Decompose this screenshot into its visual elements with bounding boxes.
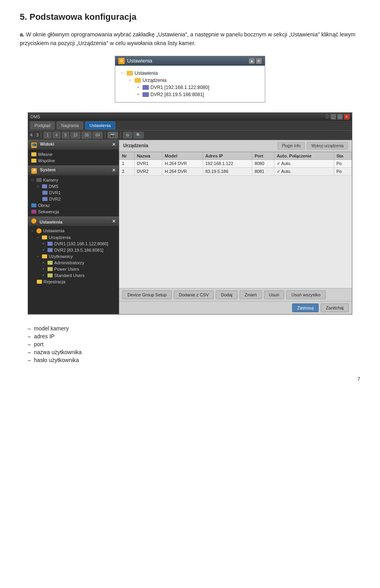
- bullet-item-2: adres IP: [28, 332, 360, 340]
- dodaj-btn[interactable]: Dodaj: [216, 290, 238, 299]
- dms-window-controls: ⓘ _ □ ✕: [325, 114, 350, 119]
- toolbar-search-btn[interactable]: 🔍: [133, 132, 144, 138]
- expand-icon-2: −: [129, 78, 133, 82]
- wspolne-label: Wspólne: [38, 158, 55, 163]
- dvr2-label: DVR2 [83.19.5.186:8081]: [54, 248, 103, 252]
- nav-ustawienia[interactable]: Ustawienia: [85, 121, 115, 129]
- system-dms[interactable]: □ DMS: [28, 183, 119, 190]
- tree-ustawienia-root[interactable]: − Ustawienia: [28, 228, 119, 234]
- device-group-setup-btn[interactable]: Device Group Setup: [122, 290, 172, 299]
- dms-navbar: Podgląd Nagrania Ustawienia: [28, 121, 352, 131]
- tree-urzadzenia[interactable]: − Urządzenia: [28, 234, 119, 241]
- tree-dvr1[interactable]: + DVR1 [192.168.1.122:8080]: [28, 241, 119, 247]
- view-4-btn[interactable]: 4: [53, 132, 61, 138]
- admin-icon: [48, 261, 53, 265]
- system-close-btn[interactable]: ✕: [112, 168, 116, 173]
- rejestracja-label: Rejestracja: [44, 279, 65, 284]
- dialog-title-left: ⚙ Ustawienia: [118, 58, 152, 64]
- dvr1-sys-label: DVR1: [49, 190, 61, 195]
- tree-uzytkownicy[interactable]: − Użytkownicy: [28, 253, 119, 260]
- widoki-wspolne[interactable]: Wspólne: [28, 157, 119, 164]
- cell-auto-2: ✓ Auto.: [274, 167, 334, 175]
- toolbar-camera-btn[interactable]: 📷: [108, 132, 118, 138]
- bullet-list: model kamery adres IP port nazwa użytkow…: [28, 324, 360, 364]
- tree-label-4: DVR2 [83.19.5.186:8081]: [150, 92, 204, 97]
- dvr2-icon: [48, 248, 53, 252]
- expand-icon: −: [121, 71, 125, 75]
- table-header-row: Nr Nazwa Model Adres IP Port Auto. Połąc…: [120, 152, 352, 159]
- wykryj-btn[interactable]: Wykryj urządzenia: [307, 142, 348, 150]
- wlasne-label: Własne: [38, 152, 53, 157]
- minimize-button[interactable]: _: [331, 114, 336, 119]
- dvr1-expand: +: [42, 242, 46, 246]
- zmien-btn[interactable]: Zmień: [239, 290, 262, 299]
- dvr1-icon: [48, 242, 53, 246]
- table-row[interactable]: 1 DVR1 H.264 DVR 192.168.1.122 8080 ✓ Au…: [120, 159, 352, 167]
- settings-dialog-screenshot: ⚙ Ustawienia ▲ ✕ − Ustawienia −: [20, 56, 360, 102]
- cell-nazwa-1: DVR1: [134, 159, 162, 167]
- view-36-btn[interactable]: 36: [82, 132, 91, 138]
- dvr1-label: DVR1 [192.168.1.122:8080]: [54, 241, 108, 246]
- bottom-action-bar: Device Group Setup Dodanie z CSV Dodaj Z…: [119, 288, 352, 301]
- widoki-close-btn[interactable]: ✕: [112, 142, 116, 147]
- section-label: a.: [20, 31, 25, 38]
- dialog-close-button[interactable]: ✕: [256, 58, 262, 64]
- expand-icon-3: +: [137, 85, 141, 89]
- zanitchaj-btn[interactable]: Zanitchaj: [321, 303, 349, 312]
- uzytkownicy-icon: [42, 254, 47, 258]
- power-expand: +: [42, 267, 46, 271]
- view-16-btn[interactable]: 16: [70, 132, 80, 138]
- power-label: Power Users: [54, 267, 79, 271]
- tree-dvr2[interactable]: + DVR2 [83.19.5.186:8081]: [28, 247, 119, 253]
- maximize-button[interactable]: □: [337, 114, 343, 119]
- usun-wszystko-btn[interactable]: Usuń wszystko: [286, 290, 325, 299]
- urzadzenia-folder-icon: [42, 235, 47, 239]
- cell-model-1: H.264 DVR: [162, 159, 203, 167]
- system-dvr1[interactable]: DVR1: [28, 190, 119, 196]
- ustawienia-root-label: Ustawienia: [43, 228, 65, 233]
- cell-auto-1: ✓ Auto.: [274, 159, 334, 167]
- system-obraz[interactable]: Obraz: [28, 202, 119, 209]
- col-port: Port: [252, 152, 274, 159]
- widoki-icon: 📺: [31, 142, 37, 148]
- toolbar-settings-btn[interactable]: ⚙: [123, 132, 132, 138]
- col-model: Model: [162, 152, 203, 159]
- usun-btn[interactable]: Usuń: [264, 290, 285, 299]
- close-button[interactable]: ✕: [344, 114, 350, 119]
- urzadzenia-label: Urządzenia: [49, 235, 71, 240]
- table-row[interactable]: 2 DVR2 H.264 DVR 83.19.5.186 8081 ✓ Auto…: [120, 167, 352, 175]
- view-64-btn[interactable]: 64: [93, 132, 103, 138]
- cell-nr-1: 1: [120, 159, 135, 167]
- cell-model-2: H.264 DVR: [162, 167, 203, 175]
- tree-label-2: Urządzenia: [142, 78, 167, 83]
- cell-nazwa-2: DVR2: [134, 167, 162, 175]
- tree-standard-users[interactable]: + Standard Users: [28, 272, 119, 279]
- nav-nagrania[interactable]: Nagrania: [57, 121, 83, 129]
- dodanie-csv-btn[interactable]: Dodanie z CSV: [174, 290, 214, 299]
- view-1-btn[interactable]: 1: [44, 132, 51, 138]
- system-sekwencja[interactable]: Sekwencja: [28, 209, 119, 215]
- nav-podglad[interactable]: Podgląd: [30, 121, 55, 129]
- tree-power-users[interactable]: + Power Users: [28, 266, 119, 272]
- col-adres-ip: Adres IP: [203, 152, 252, 159]
- system-kamery[interactable]: □ Kamery: [28, 177, 119, 183]
- plugin-info-btn[interactable]: Plugin Info: [277, 142, 305, 150]
- system-content: □ Kamery □ DMS: [28, 175, 119, 216]
- device-table: Nr Nazwa Model Adres IP Port Auto. Połąc…: [119, 152, 352, 288]
- dialog-minimize-button[interactable]: ▲: [249, 58, 255, 64]
- dms-title: DMS: [30, 114, 40, 119]
- tree-rejestracja[interactable]: Rejestracja: [28, 279, 119, 285]
- zastosuj-btn[interactable]: Zastosuj: [292, 303, 319, 312]
- system-dvr2[interactable]: DVR2: [28, 196, 119, 202]
- widoki-wlasne[interactable]: Własne: [28, 151, 119, 157]
- cell-port-1: 8080: [252, 159, 274, 167]
- devices-table: Nr Nazwa Model Adres IP Port Auto. Połąc…: [119, 152, 352, 176]
- ustawienia-close-btn[interactable]: ✕: [112, 219, 116, 224]
- dms-left-panel: 📺 Widoki ✕ Własne: [28, 140, 119, 314]
- kamery-icon: [36, 178, 42, 182]
- tree-item-dvr2: + DVR2 [83.19.5.186:8081]: [121, 91, 259, 98]
- ustawienia-expand: −: [31, 229, 35, 233]
- view-9-btn[interactable]: 9: [62, 132, 70, 138]
- folder-icon-wlasne: [31, 152, 36, 156]
- tree-administrators[interactable]: + Administratorzy: [28, 260, 119, 266]
